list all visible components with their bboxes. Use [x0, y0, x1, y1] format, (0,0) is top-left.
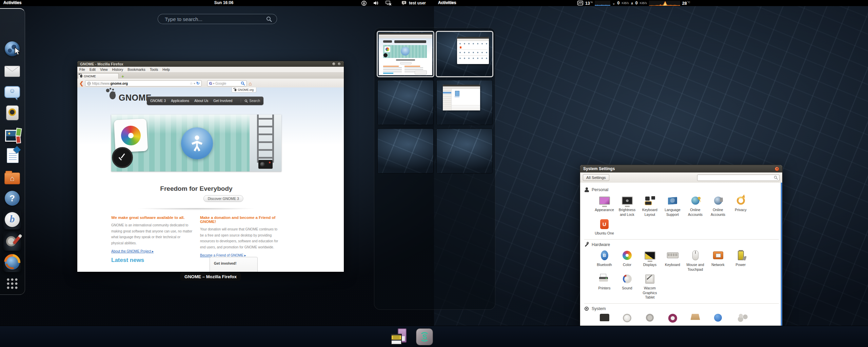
- home-button[interactable]: ⌂: [249, 81, 252, 86]
- bookmark-tab[interactable]: GNOME.org: [232, 87, 256, 93]
- legacy-device-icon[interactable]: [391, 328, 408, 345]
- url-dropdown-icon[interactable]: ▾: [194, 82, 195, 85]
- workspace-thumbnail-system-settings-window[interactable]: [437, 32, 492, 76]
- workspace-thumbnail-empty-desktop[interactable]: [378, 129, 433, 173]
- discover-gnome3-button[interactable]: Discover GNOME 3: [203, 195, 243, 202]
- site-nav-about-us[interactable]: About Us: [194, 99, 208, 103]
- settings-item-keyboard[interactable]: Keyboard: [661, 250, 684, 272]
- scrollbar[interactable]: [781, 183, 782, 326]
- settings-search-field[interactable]: [697, 175, 780, 181]
- settings-item-power[interactable]: Power: [729, 250, 752, 272]
- search-bar[interactable]: Type to search...: [158, 14, 277, 24]
- site-nav-get-involved[interactable]: Get Involved: [213, 99, 232, 103]
- help-dock-item[interactable]: [2, 189, 22, 207]
- firefox-window[interactable]: GNOME - Mozilla Firefox FileEditViewHist…: [77, 61, 344, 272]
- search-go-icon[interactable]: [241, 81, 245, 85]
- settings-item-privacy[interactable]: Privacy: [729, 195, 752, 217]
- settings-titlebar[interactable]: System Settings: [580, 165, 782, 172]
- system-settings-window[interactable]: System Settings All Settings PersonalApp…: [580, 165, 782, 326]
- menu-help[interactable]: Help: [162, 67, 170, 72]
- top-bar: Activities Sun 16:06: [0, 0, 868, 6]
- settings-item-network[interactable]: Network: [707, 250, 729, 272]
- wrench-icon: [584, 242, 589, 247]
- bookmark-star-icon[interactable]: ☆: [190, 82, 193, 85]
- cpu-history-graph: [595, 1, 610, 6]
- settings-item-partial[interactable]: [707, 314, 729, 324]
- get-involved-card[interactable]: Get involved!: [210, 257, 258, 272]
- banshee-dock-item[interactable]: [2, 211, 22, 228]
- activities-button-secondary[interactable]: Activities: [438, 0, 456, 5]
- new-tab-button[interactable]: +: [120, 74, 125, 79]
- menu-history[interactable]: History: [112, 67, 123, 72]
- menu-view[interactable]: View: [100, 67, 108, 72]
- music-player-dock-item[interactable]: [2, 104, 22, 122]
- settings-item-wacom-graphics-tablet[interactable]: Wacom Graphics Tablet: [638, 273, 661, 300]
- settings-search-input[interactable]: [699, 175, 774, 180]
- settings-item-keyboard-layout[interactable]: Keyboard Layout: [638, 195, 661, 217]
- menu-bookmarks[interactable]: Bookmarks: [127, 67, 145, 72]
- network-offline-icon[interactable]: [386, 1, 392, 5]
- settings-item-online-accounts[interactable]: Online Accounts: [684, 195, 707, 217]
- search-icon: [244, 99, 248, 103]
- workspace-thumbnail-empty-desktop[interactable]: [378, 80, 433, 125]
- settings-item-partial[interactable]: [661, 314, 684, 324]
- settings-item-partial[interactable]: [593, 314, 616, 324]
- firefox-navbar: ❮ https://www. gnome.org ☆ ▾ ↻ G ▾ Googl: [77, 79, 344, 88]
- settings-item-partial[interactable]: [616, 314, 638, 324]
- workspace-thumbnail-empty-desktop[interactable]: [437, 129, 492, 173]
- url-bar[interactable]: https://www. gnome.org ☆ ▾ ↻: [85, 80, 202, 86]
- photos-dock-item[interactable]: [2, 125, 22, 143]
- close-button[interactable]: [337, 62, 341, 66]
- settings-item-online-accounts[interactable]: Online Accounts: [707, 195, 729, 217]
- settings-item-ubuntu-one[interactable]: Ubuntu One: [593, 218, 616, 236]
- hero-heading: Freedom for Everybody: [111, 185, 281, 192]
- menu-file[interactable]: File: [79, 67, 85, 72]
- settings-item-brightness-and-lock[interactable]: Brightness and Lock: [616, 195, 638, 217]
- settings-item-bluetooth[interactable]: Bluetooth: [593, 250, 616, 272]
- menu-edit[interactable]: Edit: [90, 67, 96, 72]
- settings-item-mouse-and-touchpad[interactable]: Mouse and Touchpad: [684, 250, 707, 272]
- system-monitor-applet[interactable]: 13% ⌄ 0 KiB/s ∧ 0 KiB/s 28°C: [577, 0, 690, 6]
- site-search[interactable]: Search: [241, 99, 260, 103]
- chat-dock-item[interactable]: [2, 83, 22, 100]
- accessibility-icon[interactable]: [361, 1, 367, 6]
- reload-icon[interactable]: ↻: [196, 81, 200, 86]
- settings-item-partial[interactable]: [684, 314, 707, 324]
- settings-item-language-support[interactable]: Language Support: [661, 195, 684, 217]
- user-menu[interactable]: test user: [401, 0, 426, 6]
- menu-tools[interactable]: Tools: [150, 67, 158, 72]
- settings-item-displays[interactable]: Displays: [638, 250, 661, 272]
- engine-dropdown-icon[interactable]: ▾: [213, 82, 214, 85]
- system-settings-dock-item[interactable]: [2, 232, 22, 250]
- back-button[interactable]: ❮: [79, 80, 84, 86]
- site-nav-gnome-3[interactable]: GNOME 3: [150, 99, 166, 103]
- site-nav-applications[interactable]: Applications: [171, 99, 189, 103]
- settings-item-sound[interactable]: Sound: [616, 273, 638, 300]
- close-button[interactable]: [775, 167, 779, 171]
- clock[interactable]: Sun 16:06: [203, 0, 244, 5]
- tab-gnome[interactable]: GNOME: [78, 73, 119, 79]
- home-folder-dock-item[interactable]: [2, 168, 22, 186]
- minimize-button[interactable]: [332, 62, 336, 66]
- activities-button[interactable]: Activities: [3, 0, 21, 5]
- firefox-titlebar[interactable]: GNOME - Mozilla Firefox: [77, 61, 344, 67]
- settings-item-printers[interactable]: Printers: [593, 273, 616, 300]
- web-search-field[interactable]: G ▾ Google: [207, 80, 247, 86]
- workspace-thumbnail-firefox-window[interactable]: [378, 32, 433, 76]
- firefox-dock-item[interactable]: [2, 253, 22, 271]
- settings-item-partial[interactable]: [729, 314, 752, 324]
- synapse-icon[interactable]: [416, 328, 433, 345]
- volume-icon[interactable]: [373, 1, 379, 5]
- writer-document-dock-item[interactable]: [2, 147, 22, 164]
- all-settings-button[interactable]: All Settings: [583, 174, 609, 181]
- settings-item-color[interactable]: Color: [616, 250, 638, 272]
- settings-item-appearance[interactable]: Appearance: [593, 195, 616, 217]
- person-icon: [584, 187, 589, 192]
- settings-item-partial[interactable]: [638, 314, 661, 324]
- mail-dock-item[interactable]: [2, 61, 22, 79]
- column-link[interactable]: About the GNOME Project ▸: [111, 249, 154, 253]
- show-apps-dock-item[interactable]: [2, 275, 22, 292]
- section-label: System: [592, 306, 606, 311]
- workspace-thumbnail-file-manager-window[interactable]: [437, 80, 492, 125]
- section-divider: [584, 239, 779, 240]
